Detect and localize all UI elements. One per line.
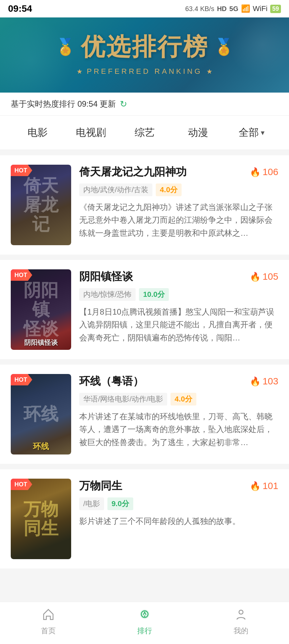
tag-3: 华语/网络电影/动作/电影: [79, 393, 167, 406]
hero-banner: 🏅 优选排行榜 🏅 ★ PREFERRED RANKING ★: [0, 17, 289, 93]
signal-icon: 📶: [241, 4, 250, 13]
5g-icon: 5G: [229, 5, 238, 13]
laurel-right-icon: 🏅: [214, 38, 234, 56]
movie-card-1[interactable]: 倚天屠龙记 HOT 倚天屠龙记之九阳神功 🔥 106 内地/武侠/动作/古装 4…: [0, 155, 289, 255]
poster-1: 倚天屠龙记 HOT: [11, 165, 71, 245]
nav-ranking[interactable]: 排行: [96, 607, 193, 636]
hot-badge-3: HOT: [11, 374, 32, 385]
nav-mine[interactable]: 我的: [193, 607, 289, 636]
heat-score-1: 🔥 106: [250, 167, 278, 177]
movie-title-row-1: 倚天屠龙记之九阳神功 🔥 106: [79, 165, 278, 179]
hd-icon: HD: [217, 5, 227, 13]
heat-value-1: 106: [262, 167, 278, 177]
tag-4: /电影: [79, 497, 104, 510]
hero-subtitle: PREFERRED RANKING: [87, 67, 202, 76]
tab-anime[interactable]: 动漫: [171, 122, 225, 143]
poster-deco-4: 万物同生: [11, 479, 71, 559]
star-left-icon: ★: [77, 67, 83, 75]
poster-3: 环线 HOT 环线: [11, 374, 71, 454]
movie-title-row-2: 阴阳镇怪谈 🔥 105: [79, 269, 278, 284]
poster-2: 阴阳镇怪谈 HOT 阴阳镇怪谈: [11, 269, 71, 350]
fire-icon-2: 🔥: [250, 272, 260, 282]
movie-card-2[interactable]: 阴阳镇怪谈 HOT 阴阳镇怪谈 阴阳镇怪谈 🔥 105 内地/惊悚/恐怖 10.…: [0, 260, 289, 359]
poster-title-text-3: 环线: [11, 441, 71, 452]
heat-value-3: 103: [262, 376, 278, 387]
movie-info-3: 环线（粤语） 🔥 103 华语/网络电影/动作/电影 4.0分 本片讲述了在某城…: [79, 374, 278, 449]
battery-indicator: 59: [270, 5, 281, 13]
tags-row-4: /电影 9.0分: [79, 497, 278, 510]
tags-row-2: 内地/惊悚/恐怖 10.0分: [79, 288, 278, 301]
tags-row-1: 内地/武侠/动作/古装 4.0分: [79, 183, 278, 196]
nav-home-label: 首页: [41, 626, 56, 636]
movie-title-4: 万物同生: [79, 479, 250, 493]
svg-point-2: [144, 615, 145, 617]
movie-title-2: 阴阳镇怪谈: [79, 269, 250, 284]
tab-tv[interactable]: 电视剧: [64, 122, 117, 143]
category-tabs: 电影 电视剧 综艺 动漫 全部 ▾: [0, 116, 289, 150]
score-badge-1: 4.0分: [156, 183, 182, 196]
movie-info-1: 倚天屠龙记之九阳神功 🔥 106 内地/武侠/动作/古装 4.0分 《倚天屠龙记…: [79, 165, 278, 239]
status-bar: 09:54 63.4 KB/s HD 5G 📶 WiFi 59: [0, 0, 289, 17]
hero-subtitle-row: ★ PREFERRED RANKING ★: [0, 67, 289, 76]
nav-mine-label: 我的: [234, 626, 248, 636]
tag-1: 内地/武侠/动作/古装: [79, 183, 152, 196]
nav-home[interactable]: 首页: [0, 607, 96, 636]
movie-card-3[interactable]: 环线 HOT 环线 环线（粤语） 🔥 103 华语/网络电影/动作/电影 4.0…: [0, 365, 289, 464]
poster-bg-2: 阴阳镇怪谈: [11, 269, 71, 350]
tags-row-3: 华语/网络电影/动作/电影 4.0分: [79, 393, 278, 406]
movie-info-2: 阴阳镇怪谈 🔥 105 内地/惊悚/恐怖 10.0分 【1月8日10点腾讯视频首…: [79, 269, 278, 344]
star-right-icon: ★: [206, 67, 212, 75]
tag-2: 内地/惊悚/恐怖: [79, 288, 136, 301]
tab-variety[interactable]: 综艺: [118, 122, 171, 143]
status-time: 09:54: [8, 3, 32, 14]
wifi-icon: WiFi: [253, 4, 268, 13]
poster-bg-4: 万物同生: [11, 479, 71, 559]
movie-title-3: 环线（粤语）: [79, 374, 250, 389]
laurel-left-icon: 🏅: [55, 38, 76, 56]
update-bar: 基于实时热度排行 09:54 更新 ↻: [0, 93, 289, 116]
movie-info-4: 万物同生 🔥 101 /电影 9.0分 影片讲述了三个不同年龄段的人孤独的故事。: [79, 479, 278, 528]
score-badge-3: 4.0分: [171, 393, 196, 406]
heat-score-2: 🔥 105: [250, 271, 278, 282]
poster-deco-1: 倚天屠龙记: [11, 165, 71, 245]
tab-all-label: 全部: [239, 126, 259, 140]
fire-icon-3: 🔥: [250, 376, 260, 387]
movie-card-4[interactable]: 万物同生 HOT 万物同生 🔥 101 /电影 9.0分 影片讲述了三个不同年龄…: [0, 469, 289, 569]
movie-desc-3: 本片讲述了在某城市的环线地铁里，刀哥、高飞、韩晓等人，遭遇了一场离奇的意外事故，…: [79, 410, 278, 449]
ranking-icon: [138, 607, 151, 624]
hot-badge-2: HOT: [11, 269, 32, 281]
hero-title: 优选排行榜: [81, 31, 208, 63]
refresh-icon[interactable]: ↻: [120, 99, 127, 109]
fire-icon-4: 🔥: [250, 481, 260, 491]
laurel-row: 🏅 优选排行榜 🏅: [0, 31, 289, 63]
movie-desc-1: 《倚天屠龙记之九阳神功》讲述了武当派张翠山之子张无忌意外中卷入屠龙刀而起的江湖纷…: [79, 201, 278, 239]
content-list: 倚天屠龙记 HOT 倚天屠龙记之九阳神功 🔥 106 内地/武侠/动作/古装 4…: [0, 150, 289, 579]
movie-desc-4: 影片讲述了三个不同年龄段的人孤独的故事。: [79, 515, 278, 528]
poster-title-text-2: 阴阳镇怪谈: [11, 338, 71, 347]
movie-title-row-4: 万物同生 🔥 101: [79, 479, 278, 493]
fire-icon-1: 🔥: [250, 167, 260, 177]
hot-badge-4: HOT: [11, 479, 32, 490]
mine-icon: [234, 607, 248, 624]
score-badge-2: 10.0分: [139, 288, 169, 301]
heat-score-3: 🔥 103: [250, 376, 278, 387]
heat-value-4: 101: [262, 481, 278, 491]
poster-bg-1: 倚天屠龙记: [11, 165, 71, 245]
svg-point-3: [239, 610, 243, 614]
tab-movie[interactable]: 电影: [11, 122, 64, 143]
heat-score-4: 🔥 101: [250, 481, 278, 491]
heat-value-2: 105: [262, 271, 278, 282]
movie-desc-2: 【1月8日10点腾讯视频首播】憨宝人闯阳一和宝葫芦误入诡异阴阳镇，这里只能进不能…: [79, 306, 278, 344]
poster-deco-2: 阴阳镇怪谈: [11, 269, 71, 350]
chevron-down-icon: ▾: [261, 128, 264, 137]
hot-badge-1: HOT: [11, 165, 32, 176]
update-text: 基于实时热度排行 09:54 更新: [11, 99, 116, 109]
nav-ranking-label: 排行: [137, 626, 152, 636]
bottom-nav: 首页 排行 我的: [0, 602, 289, 644]
movie-title-1: 倚天屠龙记之九阳神功: [79, 165, 250, 179]
home-icon: [42, 607, 55, 624]
network-speed: 63.4 KB/s: [185, 5, 214, 13]
tab-all[interactable]: 全部 ▾: [225, 126, 278, 140]
status-icons: 63.4 KB/s HD 5G 📶 WiFi 59: [185, 4, 281, 13]
score-badge-4: 9.0分: [107, 497, 133, 510]
